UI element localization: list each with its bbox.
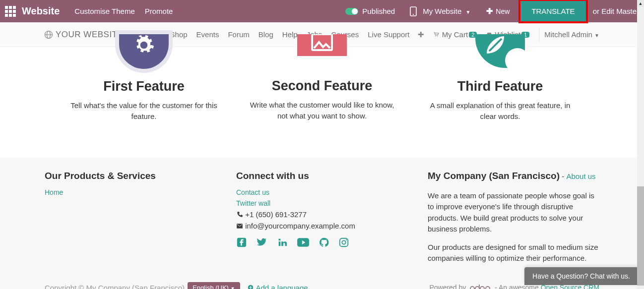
footer-products: Our Products & Services Home [45,171,216,271]
add-language-link[interactable]: Add a language... [247,284,315,289]
twitter-icon[interactable] [256,237,268,248]
phone-line: +1 (650) 691-3277 [236,210,408,219]
chevron-down-icon: ▼ [594,33,599,38]
published-label: Published [362,7,395,15]
nav-forum[interactable]: Forum [228,30,249,39]
my-website-dropdown[interactable]: My Website ▼ [423,7,470,15]
scrollbar-up-arrow[interactable]: ▲ [637,0,644,7]
about-us-link[interactable]: About us [566,172,595,180]
linkedin-icon[interactable] [277,237,288,248]
feature-1: First Feature Tell what's the value for … [69,34,218,122]
company-name: My Company (San Francisco) [428,171,560,181]
svg-point-13 [346,239,347,240]
my-website-label: My Website [423,7,461,15]
about-paragraph-1: We are a team of passionate people whose… [428,190,599,235]
app-brand[interactable]: Website [22,5,60,17]
new-button[interactable]: ✚New [486,6,510,16]
edit-master-link[interactable]: or Edit Master [593,7,639,15]
copyright-text: Copyright © My Company (San Francisco) [45,284,185,289]
social-icons [236,237,408,248]
powered-prefix: Powered by [429,284,468,289]
translate-button[interactable]: TRANSLATE [518,0,587,23]
apps-icon[interactable] [5,6,16,17]
add-menu-icon[interactable]: ✚ [418,30,424,39]
footer-connect-heading: Connect with us [236,171,408,181]
email-line: info@yourcompany.example.com [236,222,408,230]
new-label: New [496,7,510,15]
svg-point-1 [413,14,414,15]
contact-us-link[interactable]: Contact us [236,188,269,196]
github-icon[interactable] [319,237,329,248]
features-row: First Feature Tell what's the value for … [0,34,644,122]
svg-point-17 [480,287,484,289]
feature-1-title: First Feature [69,79,218,94]
twitter-wall-link[interactable]: Twitter wall [236,199,270,207]
svg-point-12 [342,240,345,244]
about-paragraph-2: Our products are designed for small to m… [428,242,599,264]
feature-3-title: Third Feature [426,79,575,94]
youtube-icon[interactable] [297,237,310,248]
plus-icon: ✚ [486,6,493,16]
svg-point-15 [470,287,474,289]
phone-text: +1 (650) 691-3277 [245,210,307,219]
facebook-icon[interactable] [236,237,247,248]
footer-products-heading: Our Products & Services [45,171,216,181]
admin-topbar: Website Customise Theme Promote Publishe… [0,0,644,22]
email-text: info@yourcompany.example.com [245,222,355,230]
chat-widget[interactable]: Have a Question? Chat with us. [524,267,638,285]
svg-point-18 [486,287,490,289]
scrollbar-thumb[interactable] [637,186,644,286]
footer-connect: Connect with us Contact us Twitter wall … [236,171,408,271]
plus-circle-icon [247,284,254,289]
about-dash: - [560,172,566,180]
feature-2-desc: Write what the customer would like to kn… [248,100,396,121]
published-toggle[interactable] [345,8,358,15]
promote-link[interactable]: Promote [145,7,173,15]
footer-about: My Company (San Francisco) - About us We… [428,171,599,271]
phone-icon [236,211,243,218]
chevron-down-icon: ▼ [231,286,235,289]
customise-theme-link[interactable]: Customise Theme [74,7,134,15]
mobile-icon[interactable] [410,6,417,16]
feature-2: Second Feature Write what the customer w… [248,34,396,122]
feature-3: Third Feature A small explanation of thi… [426,34,575,122]
language-select[interactable]: English (UK) ▼ [188,282,240,289]
instagram-icon[interactable] [338,237,349,248]
feature-3-desc: A small explanation of this great featur… [426,100,575,122]
feature-1-desc: Tell what's the value for the customer f… [69,100,218,122]
language-label: English (UK) [193,284,229,289]
image-icon [297,34,347,56]
feature-2-title: Second Feature [248,78,396,94]
envelope-icon [236,223,243,230]
globe-icon [44,30,54,40]
leaf-icon [475,34,525,68]
footer: Our Products & Services Home Connect wit… [0,158,644,278]
add-language-label: Add a language... [256,284,315,289]
svg-point-16 [475,287,479,289]
odoo-logo[interactable] [470,285,491,289]
chevron-down-icon: ▼ [465,9,470,15]
footer-home-link[interactable]: Home [45,188,63,196]
gear-icon [119,34,169,69]
